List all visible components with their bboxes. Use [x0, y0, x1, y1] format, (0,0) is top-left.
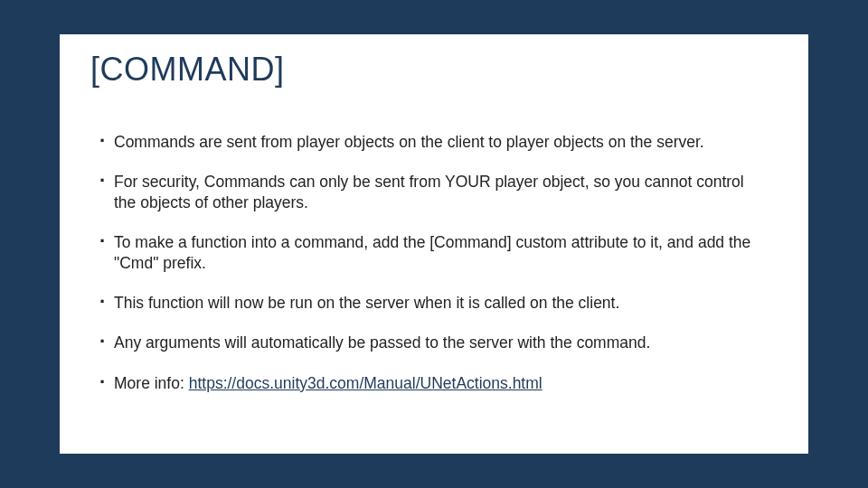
- more-info-label: More info:: [114, 374, 189, 392]
- list-item: Commands are sent from player objects on…: [99, 132, 769, 152]
- list-item: For security, Commands can only be sent …: [99, 172, 769, 212]
- more-info-link[interactable]: https://docs.unity3d.com/Manual/UNetActi…: [189, 374, 542, 392]
- list-item: Any arguments will automatically be pass…: [99, 333, 769, 352]
- slide: [COMMAND] Commands are sent from player …: [0, 0, 868, 488]
- slide-title: [COMMAND]: [60, 34, 808, 89]
- bullet-list: Commands are sent from player objects on…: [60, 89, 808, 393]
- list-item: To make a function into a command, add t…: [99, 232, 769, 273]
- content-box: [COMMAND] Commands are sent from player …: [60, 34, 808, 454]
- list-item-more-info: More info: https://docs.unity3d.com/Manu…: [99, 373, 769, 393]
- list-item: This function will now be run on the ser…: [99, 293, 769, 313]
